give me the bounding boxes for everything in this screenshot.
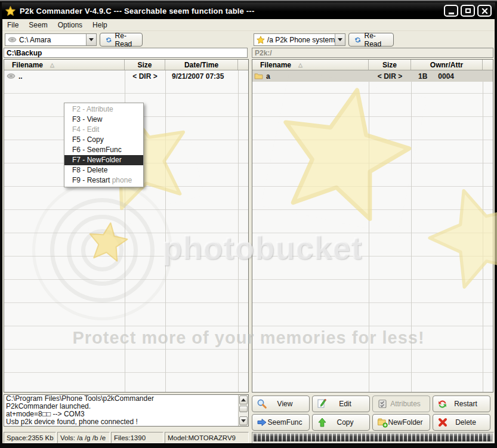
menu-seem[interactable]: Seem xyxy=(29,20,53,30)
green-up-arrow-icon xyxy=(317,417,328,428)
table-row-updir[interactable]: .. < DIR > 9/21/2007 07:35 xyxy=(4,70,248,82)
right-col-size[interactable]: Size xyxy=(369,60,411,70)
left-reread-label: Re-Read xyxy=(115,32,137,48)
new-folder-icon xyxy=(377,417,388,428)
minimize-button[interactable] xyxy=(444,5,458,17)
context-item-delete[interactable]: F8 - Delete xyxy=(64,165,143,175)
status-space: Space:2355 Kb xyxy=(4,432,56,443)
right-drive-combo[interactable]: /a P2k Phone system xyxy=(254,33,345,46)
sort-ascending-icon: △ xyxy=(298,62,302,68)
progress-bar xyxy=(252,432,494,443)
scroll-up-button[interactable] xyxy=(239,396,248,404)
file-name: a xyxy=(266,72,270,81)
titlebar[interactable]: P2k Commander V-4.9.C --- Searchable see… xyxy=(2,2,495,19)
left-path-value: C:\Backup xyxy=(7,49,42,57)
log-output[interactable]: C:\Program Files\Phone Tools\p2kCommande… xyxy=(4,394,249,427)
right-path-field[interactable]: P2k:/ xyxy=(252,48,493,58)
right-file-list[interactable]: Filename△ Size Ownr/Attr a < DIR > 1B xyxy=(252,59,493,393)
status-bar: Space:2355 Kb Vols: /a /g /b /e Files:13… xyxy=(4,432,249,443)
sort-ascending-icon: △ xyxy=(50,62,54,68)
right-list-header: Filename△ Size Ownr/Attr xyxy=(252,60,493,70)
left-list-header: Filename△ Size Date/Time xyxy=(4,60,248,70)
progress-bar-fill xyxy=(254,434,492,441)
status-vols: Vols: /a /g /b /e xyxy=(57,432,110,443)
context-menu: F2 - Attribute F3 - View F4 - Edit F5 - … xyxy=(64,103,144,187)
chevron-down-icon xyxy=(89,38,94,41)
right-list-rows: a < DIR > 1B 0004 xyxy=(252,70,493,392)
menu-options[interactable]: Options xyxy=(58,20,88,30)
context-item-view[interactable]: F3 - View xyxy=(64,115,143,125)
minimize-icon xyxy=(449,13,454,14)
context-item-newfolder[interactable]: F7 - NewFolder xyxy=(64,155,143,165)
copy-button[interactable]: Copy xyxy=(312,414,370,431)
left-reread-button[interactable]: Re-Read xyxy=(100,33,143,47)
left-col-extra xyxy=(238,60,248,70)
file-name: .. xyxy=(18,72,23,81)
status-model: Model:MOTORAZRV9 xyxy=(165,432,249,443)
context-item-restart-phone[interactable]: F9 - Restart phone xyxy=(64,175,143,186)
left-path-field[interactable]: C:\Backup xyxy=(4,48,248,58)
log-line: Usb p2k device found, phone connected ! xyxy=(4,418,248,426)
right-drive-combo-value: /a P2k Phone system xyxy=(267,36,335,44)
file-date: 9/21/2007 07:35 xyxy=(165,70,238,82)
status-files: Files:1390 xyxy=(111,432,163,443)
phone-system-star-icon xyxy=(257,36,265,44)
left-col-size[interactable]: Size xyxy=(125,60,165,70)
right-col-filename[interactable]: Filename△ xyxy=(252,60,369,70)
file-size: < DIR > xyxy=(125,70,165,82)
action-button-grid: View Edit Attributes Restart SeemFunc Co… xyxy=(252,396,494,431)
blue-right-arrow-icon xyxy=(257,417,267,428)
file-attr: 0004 xyxy=(438,72,454,81)
right-col-ownrattr[interactable]: Ownr/Attr xyxy=(411,60,483,70)
checklist-icon xyxy=(377,398,388,409)
delete-button[interactable]: Delete xyxy=(433,414,490,431)
file-ownr: 1B xyxy=(418,72,427,81)
attributes-button[interactable]: Attributes xyxy=(372,396,430,412)
file-size: < DIR > xyxy=(369,70,411,82)
left-drive-combo[interactable]: C:\ Amara xyxy=(5,33,97,46)
log-scrollbar[interactable] xyxy=(238,395,248,426)
right-col-extra xyxy=(483,60,493,70)
restart-button[interactable]: Restart xyxy=(433,396,490,412)
pencil-icon xyxy=(317,398,328,409)
left-col-datetime[interactable]: Date/Time xyxy=(165,60,238,70)
close-button[interactable] xyxy=(477,5,492,17)
maximize-button[interactable] xyxy=(461,5,475,17)
drive-icon xyxy=(7,73,16,79)
window-title: P2k Commander V-4.9.C --- Searchable see… xyxy=(20,7,254,16)
left-combo-dropdown-button[interactable] xyxy=(86,34,96,45)
red-x-icon xyxy=(437,417,448,428)
context-item-attribute[interactable]: F2 - Attribute xyxy=(64,104,143,115)
menu-file[interactable]: File xyxy=(7,20,24,30)
context-item-edit[interactable]: F4 - Edit xyxy=(64,125,143,135)
newfolder-button[interactable]: NewFolder xyxy=(372,414,430,431)
scrollbar-thumb[interactable] xyxy=(239,406,248,412)
arrow-down-icon xyxy=(241,419,246,422)
right-reread-label: Re-Read xyxy=(365,32,388,48)
table-row-a-selected[interactable]: a < DIR > 1B 0004 xyxy=(252,70,493,82)
drive-icon xyxy=(8,37,17,42)
refresh-icon xyxy=(106,36,112,44)
maximize-icon xyxy=(465,8,471,13)
app-window: P2k Commander V-4.9.C --- Searchable see… xyxy=(0,0,497,448)
scroll-down-button[interactable] xyxy=(239,416,248,425)
close-icon xyxy=(481,8,488,14)
right-combo-dropdown-button[interactable] xyxy=(335,34,345,45)
view-button[interactable]: View xyxy=(252,396,310,412)
window-content: File Seem Options Help C:\ Amara Re-Read… xyxy=(2,19,495,443)
magnifier-icon xyxy=(257,398,267,409)
edit-button[interactable]: Edit xyxy=(312,396,370,412)
folder-icon xyxy=(254,73,263,79)
window-controls xyxy=(442,5,492,17)
menu-help[interactable]: Help xyxy=(92,20,113,30)
context-item-copy[interactable]: F5 - Copy xyxy=(64,135,143,145)
chevron-down-icon xyxy=(338,38,342,41)
restart-arrows-icon xyxy=(437,399,447,409)
context-item-seemfunc[interactable]: F6 - SeemFunc xyxy=(64,145,143,155)
right-reread-button[interactable]: Re-Read xyxy=(348,33,394,47)
app-star-icon xyxy=(5,6,16,16)
left-col-filename[interactable]: Filename△ xyxy=(4,60,125,70)
seemfunc-button[interactable]: SeemFunc xyxy=(252,414,310,431)
arrow-up-icon xyxy=(241,398,246,401)
menu-bar: File Seem Options Help xyxy=(2,19,495,31)
